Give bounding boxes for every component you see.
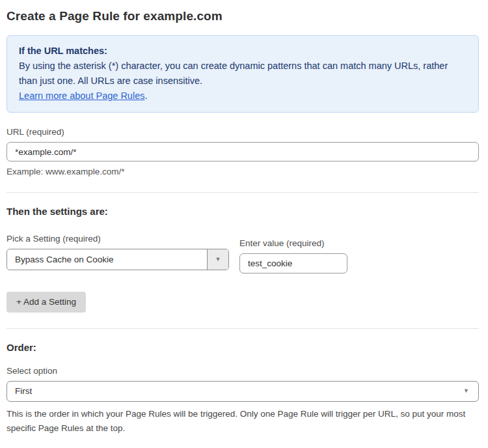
setting-select-value: Bypass Cache on Cookie bbox=[7, 249, 207, 270]
create-page-rule-form: Create a Page Rule for example.com If th… bbox=[0, 0, 488, 448]
setting-picker-column: Pick a Setting (required) Bypass Cache o… bbox=[7, 234, 229, 270]
setting-value-input[interactable] bbox=[239, 253, 347, 273]
url-match-info-box: If the URL matches: By using the asteris… bbox=[7, 35, 479, 113]
settings-row: Pick a Setting (required) Bypass Cache o… bbox=[7, 234, 479, 273]
setting-value-column: Enter value (required) bbox=[239, 238, 347, 273]
order-help-text: This is the order in which your Page Rul… bbox=[7, 407, 479, 436]
learn-more-link[interactable]: Learn more about Page Rules bbox=[19, 91, 144, 101]
setting-select[interactable]: Bypass Cache on Cookie ▼ bbox=[7, 249, 229, 270]
divider bbox=[7, 328, 479, 329]
order-section-heading: Order: bbox=[7, 342, 479, 353]
url-example-hint: Example: www.example.com/* bbox=[7, 167, 479, 176]
add-setting-button[interactable]: + Add a Setting bbox=[7, 292, 86, 313]
settings-section-heading: Then the settings are: bbox=[7, 206, 479, 217]
divider bbox=[7, 192, 479, 193]
info-box-link-line: Learn more about Page Rules. bbox=[19, 89, 467, 104]
setting-select-arrow-button[interactable]: ▼ bbox=[207, 249, 228, 270]
setting-picker-label: Pick a Setting (required) bbox=[7, 234, 229, 244]
order-select-label: Select option bbox=[7, 366, 479, 376]
chevron-down-icon: ▼ bbox=[463, 388, 469, 394]
order-select-value: First bbox=[15, 386, 32, 396]
url-field-label: URL (required) bbox=[7, 127, 479, 137]
url-input[interactable] bbox=[7, 142, 479, 161]
page-title: Create a Page Rule for example.com bbox=[7, 9, 479, 23]
setting-value-label: Enter value (required) bbox=[239, 238, 347, 248]
chevron-down-icon: ▼ bbox=[215, 257, 221, 262]
order-select[interactable]: First ▼ bbox=[7, 381, 479, 402]
info-box-body: By using the asterisk (*) character, you… bbox=[19, 59, 467, 89]
info-box-heading: If the URL matches: bbox=[19, 44, 467, 59]
link-suffix: . bbox=[144, 91, 147, 101]
